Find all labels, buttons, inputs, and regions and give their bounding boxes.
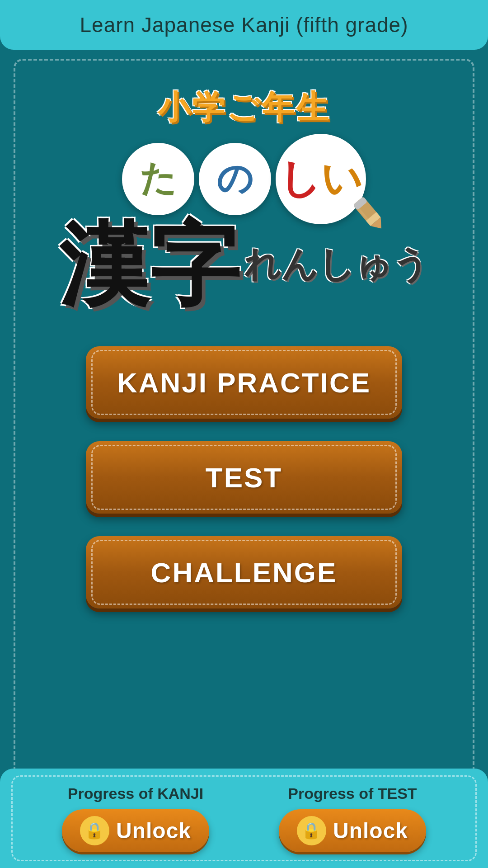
test-unlock-section: Progress of TEST 🔒 Unlock bbox=[279, 785, 426, 852]
kanji-small: れんしゅう bbox=[244, 241, 429, 289]
kanji-main: 漢字 れんしゅう bbox=[59, 220, 429, 310]
test-unlock-button[interactable]: 🔒 Unlock bbox=[279, 809, 426, 852]
kanji-characters: 漢字 bbox=[59, 220, 239, 310]
pencil-icon bbox=[348, 193, 389, 233]
circle-no: の bbox=[199, 143, 271, 215]
buttons-area: KANJI PRACTICE TEST CHALLENGE bbox=[86, 346, 402, 609]
kanji-unlock-button[interactable]: 🔒 Unlock bbox=[62, 809, 209, 852]
circle-shi-i: し い bbox=[276, 134, 366, 224]
lock-icon-kanji: 🔒 bbox=[80, 816, 109, 845]
top-bar: Learn Japanese Kanji (fifth grade) bbox=[0, 0, 488, 50]
bottom-bar: Progress of KANJI 🔒 Unlock Progress of T… bbox=[0, 769, 488, 868]
kanji-progress-label: Progress of KANJI bbox=[68, 785, 203, 802]
kanji-unlock-section: Progress of KANJI 🔒 Unlock bbox=[62, 785, 209, 852]
char-shi: し bbox=[279, 151, 321, 207]
test-button[interactable]: TEST bbox=[86, 441, 402, 514]
kanji-unlock-text: Unlock bbox=[116, 818, 191, 843]
challenge-button[interactable]: CHALLENGE bbox=[86, 536, 402, 609]
test-unlock-text: Unlock bbox=[333, 818, 408, 843]
logo-middle-row: た の し い bbox=[122, 134, 366, 224]
kanji-practice-button[interactable]: KANJI PRACTICE bbox=[86, 346, 402, 419]
main-content: 小学ご年生 た の し い bbox=[0, 50, 488, 818]
logo-area: 小学ご年生 た の し い bbox=[0, 50, 488, 328]
circle-ta: た bbox=[122, 143, 194, 215]
app-title: Learn Japanese Kanji (fifth grade) bbox=[80, 13, 408, 37]
lock-icon-test: 🔒 bbox=[297, 816, 326, 845]
logo-top-text: 小学ご年生 bbox=[158, 86, 330, 129]
test-progress-label: Progress of TEST bbox=[288, 785, 417, 802]
